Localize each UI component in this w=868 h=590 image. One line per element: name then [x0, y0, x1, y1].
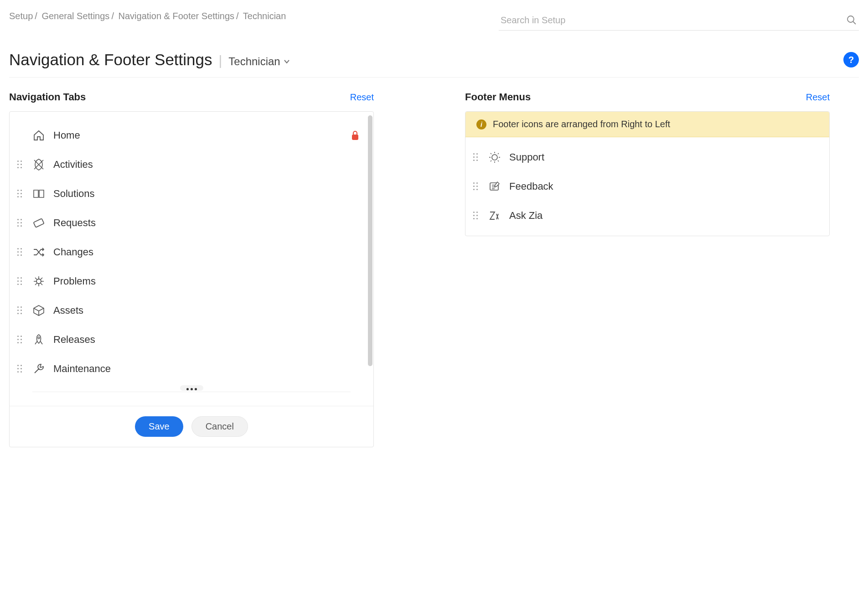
footer-item[interactable]: Feedback [465, 172, 829, 201]
nav-list: HomeActivitiesSolutionsRequestsChangesPr… [10, 112, 373, 406]
nav-item[interactable]: Requests [10, 208, 373, 238]
breadcrumb-link[interactable]: Navigation & Footer Settings [119, 11, 235, 21]
info-icon: i [476, 119, 486, 129]
nav-item-label: Changes [53, 246, 360, 258]
info-text: Footer icons are arranged from Right to … [493, 119, 670, 129]
nav-reset-link[interactable]: Reset [350, 92, 374, 103]
wrench-icon [32, 362, 45, 375]
breadcrumb-link[interactable]: Setup [9, 11, 33, 21]
nav-item-label: Releases [53, 334, 360, 346]
note-icon [488, 180, 501, 193]
chevron-down-icon [283, 58, 290, 65]
rocket-icon [32, 333, 45, 346]
nav-item[interactable]: Changes [10, 238, 373, 267]
nav-section-title: Navigation Tabs [9, 91, 86, 103]
drag-handle-icon[interactable] [15, 248, 24, 257]
role-select[interactable]: Technician [228, 55, 290, 68]
nav-item[interactable]: Problems [10, 267, 373, 296]
shuffle-icon [32, 246, 45, 259]
footer-item-label: Ask Zia [509, 210, 816, 222]
footer-reset-link[interactable]: Reset [806, 92, 830, 103]
svg-point-6 [847, 16, 854, 22]
drag-handle-icon[interactable] [471, 211, 480, 220]
footer-item-label: Feedback [509, 181, 816, 192]
nav-item[interactable]: Assets [10, 296, 373, 325]
nav-item[interactable]: Releases [10, 325, 373, 354]
cube-icon [32, 304, 45, 317]
save-button[interactable]: Save [135, 416, 183, 437]
drag-handle-icon[interactable] [471, 182, 480, 191]
nav-item[interactable]: Solutions [10, 179, 373, 208]
footer-panel: i Footer icons are arranged from Right t… [465, 111, 830, 236]
more-button[interactable] [180, 385, 203, 391]
footer-item[interactable]: Ask Zia [465, 201, 829, 230]
ticket-icon [32, 217, 45, 229]
nav-item-label: Activities [53, 159, 360, 171]
breadcrumb: Setup/ General Settings/ Navigation & Fo… [9, 11, 499, 21]
nav-item-label: Problems [53, 275, 360, 287]
home-icon [32, 129, 45, 142]
nav-item[interactable]: Activities [10, 150, 373, 179]
info-banner: i Footer icons are arranged from Right t… [465, 112, 829, 137]
help-button[interactable]: ? [843, 52, 859, 67]
nav-item-label: Home [53, 129, 342, 141]
bug-icon [32, 275, 45, 288]
role-label: Technician [228, 55, 280, 68]
nav-item-label: Requests [53, 217, 360, 229]
cancel-button[interactable]: Cancel [191, 416, 248, 437]
search-container [499, 11, 859, 31]
activities-icon [32, 158, 45, 171]
nav-item[interactable]: Maintenance [10, 354, 373, 383]
nav-item-label: Assets [53, 305, 360, 316]
drag-handle-icon[interactable] [15, 364, 24, 373]
zia-icon [488, 209, 501, 222]
drag-handle-icon[interactable] [15, 277, 24, 286]
footer-item[interactable]: Support [465, 143, 829, 172]
nav-item[interactable]: Home [10, 121, 373, 150]
scrollbar-thumb[interactable] [368, 115, 372, 366]
drag-handle-icon[interactable] [15, 306, 24, 315]
drag-handle-icon[interactable] [15, 189, 24, 198]
footer-section-title: Footer Menus [465, 91, 531, 103]
nav-item-label: Maintenance [53, 363, 360, 375]
search-icon[interactable] [846, 15, 857, 26]
drag-handle-icon[interactable] [15, 218, 24, 228]
nav-item-label: Solutions [53, 188, 360, 200]
lock-icon [351, 130, 360, 140]
page-title: Navigation & Footer Settings [9, 51, 212, 69]
drag-handle-icon[interactable] [15, 335, 24, 344]
footer-list: SupportFeedbackAsk Zia [465, 137, 829, 236]
search-input[interactable] [501, 15, 846, 26]
footer-item-label: Support [509, 151, 816, 163]
bulb-icon [488, 151, 501, 164]
book-icon [32, 187, 45, 200]
breadcrumb-link[interactable]: General Settings [41, 11, 109, 21]
nav-panel: HomeActivitiesSolutionsRequestsChangesPr… [9, 111, 374, 447]
drag-handle-icon[interactable] [471, 153, 480, 162]
drag-handle-icon[interactable] [15, 160, 24, 169]
svg-line-7 [853, 21, 856, 24]
more-separator [32, 392, 351, 392]
breadcrumb-current: Technician [243, 11, 286, 21]
